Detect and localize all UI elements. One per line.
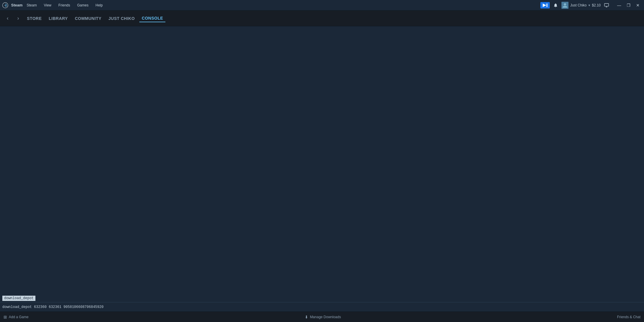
svg-rect-3 (547, 4, 547, 7)
nav-profile[interactable]: JUST CHIKO (106, 15, 137, 22)
navbar: ‹ › STORE LIBRARY COMMUNITY JUST CHIKO C… (0, 11, 644, 26)
nav-console[interactable]: CONSOLE (139, 15, 165, 22)
statusbar: ⊞ Add a Game ⬇ Manage Downloads Friends … (0, 311, 644, 322)
username: Just Chiko (570, 3, 587, 7)
menu-steam[interactable]: Steam (25, 3, 38, 8)
titlebar: Steam Steam View Friends Games Help (0, 0, 644, 11)
menu-games[interactable]: Games (76, 3, 90, 8)
minimize-button[interactable]: — (615, 2, 623, 8)
svg-point-5 (564, 3, 566, 6)
console-main-area: download_depot (0, 26, 644, 311)
titlebar-left: Steam Steam View Friends Games Help (2, 2, 104, 8)
add-game-icon: ⊞ (4, 315, 7, 319)
notification-button[interactable] (552, 2, 559, 9)
svg-marker-2 (543, 4, 546, 7)
titlebar-right: Just Chiko ▾ $2.10 — ❐ ✕ (540, 2, 642, 9)
steam-logo-icon (2, 2, 8, 8)
add-game-label: Add a Game (9, 315, 28, 319)
add-game-area[interactable]: ⊞ Add a Game (4, 315, 28, 319)
user-balance: $2.10 (592, 3, 601, 7)
manage-downloads-icon: ⬇ (305, 315, 308, 319)
nav-forward-button[interactable]: › (14, 14, 22, 23)
nav-store[interactable]: STORE (25, 15, 44, 22)
console-input-row (0, 302, 644, 311)
manage-downloads-area[interactable]: ⬇ Manage Downloads (305, 315, 341, 319)
console-input[interactable] (2, 305, 642, 309)
menu-friends[interactable]: Friends (57, 3, 71, 8)
friends-chat-button[interactable]: Friends & Chat (617, 315, 640, 319)
menu-help[interactable]: Help (94, 3, 104, 8)
menu-view[interactable]: View (43, 3, 53, 8)
monitor-button[interactable] (603, 2, 610, 8)
nav-library[interactable]: LIBRARY (46, 15, 70, 22)
user-area[interactable]: Just Chiko ▾ $2.10 (561, 2, 601, 9)
close-button[interactable]: ✕ (634, 2, 642, 8)
nav-community[interactable]: COMMUNITY (73, 15, 104, 22)
steam-title: Steam (11, 3, 23, 7)
avatar (561, 2, 568, 9)
autocomplete-tooltip: download_depot (2, 296, 35, 301)
console-bottom: download_depot (0, 294, 644, 311)
maximize-button[interactable]: ❐ (625, 2, 632, 8)
window-controls: — ❐ ✕ (615, 2, 642, 8)
broadcast-button[interactable] (540, 2, 550, 8)
menu-bar: Steam View Friends Games Help (25, 3, 104, 8)
manage-downloads-label: Manage Downloads (310, 315, 341, 319)
svg-point-1 (5, 5, 6, 6)
nav-back-button[interactable]: ‹ (4, 14, 12, 23)
svg-rect-6 (604, 4, 609, 6)
